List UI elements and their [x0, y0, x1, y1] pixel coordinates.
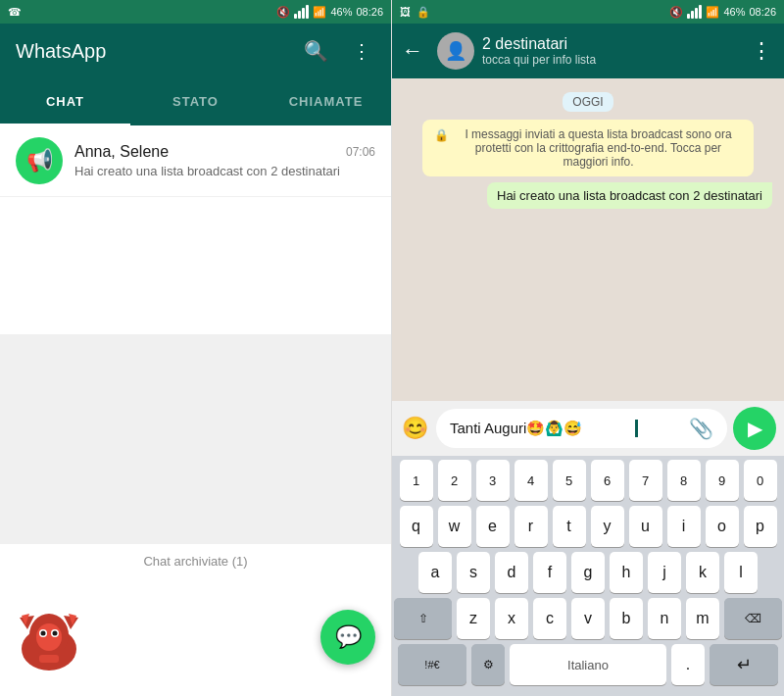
chat-more-button[interactable]: ⋮ — [747, 34, 776, 68]
keyboard-row-numbers: 1 2 3 4 5 6 7 8 9 0 — [394, 460, 782, 501]
key-h[interactable]: h — [610, 552, 643, 593]
key-r[interactable]: r — [514, 506, 548, 547]
chat-body: OGGI 🔒 I messaggi inviati a questa lista… — [392, 78, 784, 401]
tab-stato[interactable]: STATO — [130, 78, 261, 125]
chat-name: Anna, Selene — [74, 143, 169, 161]
key-5[interactable]: 5 — [553, 460, 586, 501]
key-g[interactable]: g — [571, 552, 605, 593]
key-x[interactable]: x — [495, 598, 528, 639]
battery-label-right: 46% — [723, 6, 745, 18]
input-text: Tanti Auguri🤩🙆‍♂️😅 — [450, 420, 582, 437]
signal-icon-right — [687, 5, 702, 19]
key-n[interactable]: n — [648, 598, 681, 639]
key-4[interactable]: 4 — [514, 460, 548, 501]
keyboard-row-q: q w e r t y u i o p — [394, 506, 782, 547]
key-t[interactable]: t — [553, 506, 586, 547]
date-badge: OGGI — [563, 92, 612, 110]
back-button[interactable]: ← — [396, 34, 429, 68]
key-6[interactable]: 6 — [591, 460, 624, 501]
key-p[interactable]: p — [744, 506, 777, 547]
numbers-key[interactable]: !#€ — [398, 644, 466, 685]
input-area: 😊 Tanti Auguri🤩🙆‍♂️😅 📎 ▶ — [392, 401, 784, 456]
new-chat-fab[interactable]: 💬 — [320, 610, 375, 665]
tab-chiamate[interactable]: CHIAMATE — [261, 78, 391, 125]
left-header: WhatsApp 🔍 ⋮ — [0, 24, 391, 78]
more-button[interactable]: ⋮ — [348, 35, 375, 67]
send-button[interactable]: ▶ — [733, 407, 776, 450]
backspace-key[interactable]: ⌫ — [724, 598, 782, 639]
shift-key[interactable]: ⇧ — [394, 598, 452, 639]
svg-point-6 — [53, 631, 58, 636]
left-status-right: 🔇 📶 46% 08:26 — [276, 5, 383, 19]
key-1[interactable]: 1 — [400, 460, 433, 501]
right-status-bar: 🖼 🔒 🔇 📶 46% 08:26 — [392, 0, 784, 24]
key-b[interactable]: b — [610, 598, 643, 639]
return-key[interactable]: ↵ — [710, 644, 778, 685]
time-label: 08:26 — [356, 6, 383, 18]
left-status-left: ☎ — [8, 6, 22, 19]
key-3[interactable]: 3 — [476, 460, 510, 501]
chat-header-avatar: 👤 — [437, 32, 474, 70]
key-9[interactable]: 9 — [706, 460, 739, 501]
system-message[interactable]: 🔒 I messaggi inviati a questa lista broa… — [422, 120, 754, 176]
phone-icon: ☎ — [8, 6, 22, 19]
header-icons: 🔍 ⋮ — [300, 35, 375, 67]
keyboard-row-z: ⇧ z x c v b n m ⌫ — [394, 598, 782, 639]
message-input[interactable]: Tanti Auguri🤩🙆‍♂️😅 📎 — [436, 409, 727, 448]
key-z[interactable]: z — [457, 598, 490, 639]
image-icon: 🖼 — [400, 6, 411, 18]
keyboard-row-a: a s d f g h j k l — [394, 552, 782, 593]
key-2[interactable]: 2 — [438, 460, 471, 501]
svg-point-2 — [36, 623, 62, 651]
dot-key[interactable]: . — [671, 644, 705, 685]
key-s[interactable]: s — [457, 552, 490, 593]
chat-name-row: Anna, Selene 07:06 — [74, 143, 375, 161]
emoji-button[interactable]: 😊 — [400, 414, 430, 443]
key-v[interactable]: v — [571, 598, 605, 639]
key-a[interactable]: a — [418, 552, 452, 593]
key-y[interactable]: y — [591, 506, 624, 547]
avatar: 📢 — [16, 137, 63, 184]
tab-chat[interactable]: CHAT — [0, 78, 130, 125]
chat-info: Anna, Selene 07:06 Hai creato una lista … — [74, 143, 375, 178]
mute-icon-right: 🔇 — [669, 6, 683, 19]
chat-header-info[interactable]: 2 destinatari tocca qui per info lista — [482, 35, 739, 67]
left-status-bar: ☎ 🔇 📶 46% 08:26 — [0, 0, 391, 24]
chat-icon: 💬 — [335, 624, 362, 650]
key-l[interactable]: l — [724, 552, 758, 593]
key-8[interactable]: 8 — [667, 460, 701, 501]
chat-header-subtitle: tocca qui per info lista — [482, 53, 739, 67]
settings-key[interactable]: ⚙ — [471, 644, 505, 685]
key-w[interactable]: w — [438, 506, 471, 547]
key-d[interactable]: d — [495, 552, 528, 593]
space-key[interactable]: Italiano — [510, 644, 666, 685]
key-m[interactable]: m — [686, 598, 719, 639]
wifi-icon: 📶 — [313, 6, 326, 19]
left-panel: ☎ 🔇 📶 46% 08:26 WhatsApp 🔍 ⋮ — [0, 0, 392, 696]
left-bottom: 💬 — [0, 578, 391, 696]
key-c[interactable]: c — [533, 598, 566, 639]
key-k[interactable]: k — [686, 552, 719, 593]
shield-icon: 🔒 — [416, 6, 430, 19]
key-f[interactable]: f — [533, 552, 566, 593]
key-o[interactable]: o — [706, 506, 739, 547]
right-chat-header: ← 👤 2 destinatari tocca qui per info lis… — [392, 24, 784, 78]
search-button[interactable]: 🔍 — [300, 35, 332, 67]
app-title: WhatsApp — [16, 40, 106, 63]
send-icon: ▶ — [748, 417, 762, 440]
key-i[interactable]: i — [667, 506, 701, 547]
attachment-button[interactable]: 📎 — [689, 417, 713, 440]
key-0[interactable]: 0 — [744, 460, 777, 501]
key-7[interactable]: 7 — [629, 460, 662, 501]
key-j[interactable]: j — [648, 552, 681, 593]
broadcast-icon: 📢 — [26, 148, 53, 174]
key-u[interactable]: u — [629, 506, 662, 547]
chat-header-name: 2 destinatari — [482, 35, 739, 53]
key-e[interactable]: e — [476, 506, 510, 547]
chat-time: 07:06 — [346, 145, 375, 159]
chat-item[interactable]: 📢 Anna, Selene 07:06 Hai creato una list… — [0, 125, 391, 197]
key-q[interactable]: q — [400, 506, 433, 547]
wifi-icon-right: 📶 — [706, 6, 719, 19]
archive-bar[interactable]: Chat archiviate (1) — [0, 543, 391, 578]
time-label-right: 08:26 — [749, 6, 776, 18]
